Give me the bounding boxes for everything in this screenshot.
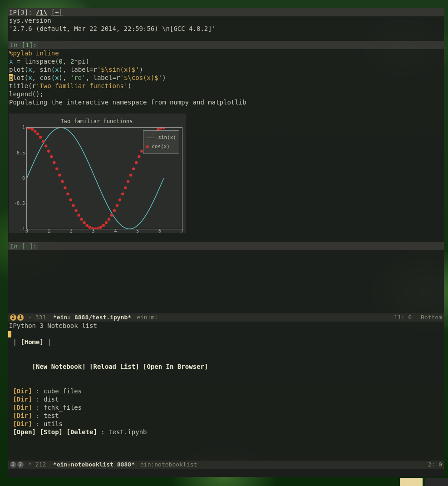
svg-point-1 <box>28 128 31 129</box>
tab-active[interactable]: /1\ <box>36 9 47 16</box>
xtick: 2 <box>70 227 73 235</box>
legend-label: cos(x) <box>152 143 170 151</box>
xtick: 6 <box>158 227 161 235</box>
svg-point-38 <box>129 174 132 176</box>
svg-point-36 <box>124 186 127 189</box>
dir-tag[interactable]: [Dir] <box>13 420 32 427</box>
xtick: 4 <box>114 227 117 235</box>
xtick: 3 <box>92 227 95 235</box>
svg-point-16 <box>69 198 72 201</box>
svg-point-23 <box>89 226 91 228</box>
minibuffer[interactable] <box>8 469 444 477</box>
xtick: 5 <box>136 227 139 235</box>
notebook-pane[interactable]: IP[3]: /1\ [+] sys.version '2.7.6 (defau… <box>8 8 444 313</box>
dir-tag[interactable]: [Dir] <box>13 404 32 411</box>
svg-point-12 <box>58 174 61 176</box>
svg-point-19 <box>77 214 80 217</box>
major-mode: ein:notebooklist <box>140 461 197 469</box>
dir-tag[interactable]: [Dir] <box>13 396 32 403</box>
buffer-name: *ein:notebooklist 8888* <box>53 461 135 469</box>
line-number: 212 <box>35 461 46 469</box>
dir-row: [Dir] : test <box>8 412 444 420</box>
tab-prefix: IP[3]: <box>9 9 32 16</box>
svg-point-31 <box>110 214 113 217</box>
cursor-position: 2: 0 <box>428 461 442 469</box>
code-cell-1[interactable]: %pylab inline x = linspace(0, 2*pi) plot… <box>8 49 444 98</box>
xtick: 7 <box>181 227 183 235</box>
svg-point-21 <box>83 221 85 224</box>
workspace-badge[interactable]: 2 <box>10 314 16 321</box>
dir-row: [Dir] : fchk_files <box>8 403 444 412</box>
svg-point-20 <box>80 218 83 221</box>
buffer-name: *ein: 8888/test.ipynb* <box>53 313 131 322</box>
taskbar-item[interactable] <box>425 478 448 486</box>
svg-point-4 <box>36 133 39 135</box>
open-in-browser-button[interactable]: [Open In Browser] <box>143 363 208 370</box>
stop-button[interactable]: [Stop] <box>39 428 63 436</box>
svg-point-50 <box>162 128 165 129</box>
window-badge[interactable]: 1 <box>17 314 24 321</box>
svg-point-10 <box>53 161 55 164</box>
svg-point-0 <box>27 128 28 129</box>
open-button[interactable]: [Open] <box>13 428 36 436</box>
svg-point-17 <box>72 204 74 207</box>
reload-list-button[interactable]: [Reload List] <box>89 363 139 370</box>
delete-button[interactable]: [Delete] <box>66 428 97 436</box>
legend-line-icon <box>146 138 155 138</box>
modeline-top: 2 1 - 331 *ein: 8888/test.ipynb* ein:ml … <box>8 313 444 322</box>
chart-legend: sin(x) cos(x) <box>143 130 179 154</box>
ytick: 1 <box>11 124 25 132</box>
legend-dot-icon <box>146 145 149 148</box>
dir-row: [Dir] : dist <box>8 395 444 403</box>
cursor-position: 11: 0 <box>394 313 412 322</box>
dir-name: cube_files <box>44 387 82 395</box>
taskbar <box>0 478 448 486</box>
chart-title: Two familiar functions <box>11 117 182 125</box>
dir-tag[interactable]: [Dir] <box>13 387 32 395</box>
svg-point-28 <box>102 224 105 227</box>
workspace-badge[interactable]: 2 <box>10 461 16 468</box>
home-link[interactable]: [Home] <box>20 338 44 346</box>
nblist-breadcrumb: | [Home] | <box>8 338 444 346</box>
svg-point-3 <box>34 130 36 133</box>
svg-point-2 <box>31 128 34 130</box>
svg-point-22 <box>86 224 89 227</box>
svg-point-30 <box>108 218 110 221</box>
dir-name: test <box>44 412 59 419</box>
file-name: test.ipynb <box>108 428 147 436</box>
svg-point-9 <box>50 155 53 158</box>
svg-point-6 <box>42 140 44 143</box>
svg-point-34 <box>118 198 121 201</box>
legend-label: sin(x) <box>158 134 176 142</box>
svg-point-26 <box>97 227 99 229</box>
notebooklist-pane[interactable]: IPython 3 Notebook list | [Home] | [New … <box>8 322 444 461</box>
svg-point-18 <box>74 209 77 212</box>
svg-point-15 <box>66 193 69 195</box>
scroll-position: Bottom <box>421 313 442 322</box>
svg-point-14 <box>64 186 66 189</box>
svg-point-8 <box>47 150 50 153</box>
dir-row: [Dir] : cube_files <box>8 387 444 395</box>
svg-point-41 <box>138 155 140 158</box>
svg-point-35 <box>121 193 124 195</box>
output-sys-version: sys.version '2.7.6 (default, Mar 22 2014… <box>8 16 444 33</box>
svg-point-32 <box>113 209 116 212</box>
svg-point-7 <box>44 144 47 147</box>
dir-name: fchk_files <box>44 404 82 411</box>
taskbar-item[interactable] <box>400 478 423 486</box>
xtick: 0 <box>25 227 28 235</box>
nblist-title: IPython 3 Notebook list <box>8 322 444 330</box>
new-notebook-button[interactable]: [New Notebook] <box>32 363 86 370</box>
file-row: [Open] [Stop] [Delete] : test.ipynb <box>8 428 444 436</box>
svg-point-33 <box>116 204 118 207</box>
svg-point-29 <box>105 221 108 224</box>
tab-add-button[interactable]: [+] <box>51 9 63 16</box>
line-number: 331 <box>35 313 46 322</box>
major-mode: ein:ml <box>137 313 158 322</box>
dir-name: dist <box>44 396 59 403</box>
tab-bar: IP[3]: /1\ [+] <box>8 8 444 16</box>
window-badge[interactable]: 2 <box>17 461 24 468</box>
dir-tag[interactable]: [Dir] <box>13 412 32 419</box>
ytick: 0.5 <box>11 149 25 157</box>
cell-prompt-empty: In [ ]: <box>8 242 444 250</box>
